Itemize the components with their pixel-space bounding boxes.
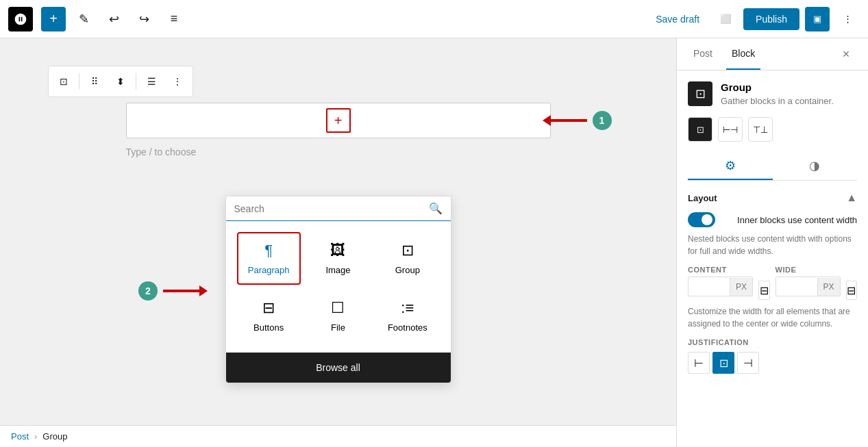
breadcrumb: Post › Group — [0, 425, 676, 447]
align-button[interactable]: ☰ — [139, 69, 164, 94]
arrow-1-shaft — [549, 119, 587, 122]
editor-block[interactable]: + 1 — [126, 103, 551, 138]
justify-left-button[interactable]: ⊢ — [688, 352, 710, 374]
arrow-2-shaft — [163, 290, 201, 292]
buttons-icon: ⊟ — [262, 299, 275, 317]
save-draft-button[interactable]: Save draft — [647, 10, 708, 29]
add-block-button[interactable]: + — [41, 7, 66, 31]
layout-icon-btn-2[interactable]: ⊢⊣ — [718, 117, 743, 142]
breadcrumb-separator: › — [34, 431, 37, 442]
footnotes-label: Footnotes — [388, 322, 427, 333]
sidebar-close-button[interactable]: × — [835, 43, 857, 65]
arrow-2-head — [199, 285, 208, 296]
block-item-image[interactable]: 🖼 Image — [306, 232, 370, 285]
width-desc: Customize the width for all elements tha… — [688, 305, 857, 330]
block-item-buttons[interactable]: ⊟ Buttons — [237, 290, 301, 342]
settings-tab-gear[interactable]: ⚙ — [688, 153, 773, 180]
block-search-input[interactable] — [234, 203, 423, 214]
sidebar-content: ⊡ Group Gather blocks in a container. ⊡ … — [677, 71, 868, 447]
group-icon: ⊡ — [401, 242, 414, 259]
buttons-label: Buttons — [253, 322, 284, 333]
arrow-2: 2 — [138, 281, 201, 301]
layout-section-header: Layout ▲ — [688, 192, 857, 204]
inner-blocks-toggle-row: Inner blocks use content width — [688, 212, 857, 227]
breadcrumb-post[interactable]: Post — [11, 431, 29, 442]
toggle-label: Inner blocks use content width — [737, 215, 857, 225]
block-search-container: 🔍 — [226, 196, 451, 221]
block-info-text: Group Gather blocks in a container. — [721, 81, 834, 106]
wide-width-icon[interactable]: ⊟ — [846, 281, 857, 300]
more-options-button[interactable]: ⋮ — [835, 7, 860, 31]
inner-add-block-button[interactable]: + — [326, 108, 351, 133]
move-up-down-button[interactable]: ⬍ — [108, 69, 133, 94]
group-block-icon: ⊡ — [695, 86, 706, 101]
wide-width-unit: PX — [817, 278, 840, 296]
justify-right-button[interactable]: ⊣ — [737, 352, 759, 374]
justification-label: JUSTIFICATION — [688, 338, 857, 346]
block-item-group[interactable]: ⊡ Group — [375, 232, 439, 285]
tab-block[interactable]: Block — [726, 38, 760, 70]
layout-section-title: Layout — [688, 193, 717, 203]
block-info: ⊡ Group Gather blocks in a container. — [688, 81, 857, 106]
pencil-icon[interactable]: ✎ — [71, 7, 96, 31]
file-label: File — [331, 322, 345, 333]
layout-icons: ⊡ ⊢⊣ ⊤⊥ — [688, 117, 857, 142]
redo-button[interactable]: ↪ — [132, 7, 156, 31]
justification-row: ⊢ ⊡ ⊣ — [688, 352, 857, 374]
group-label: Group — [395, 265, 420, 275]
block-desc: Gather blocks in a container. — [721, 96, 834, 106]
inner-blocks-toggle[interactable] — [688, 212, 715, 227]
image-icon: 🖼 — [330, 242, 345, 259]
undo-button[interactable]: ↩ — [101, 7, 126, 31]
content-width-label: CONTENT — [688, 266, 753, 274]
footnotes-icon: :≡ — [401, 299, 414, 317]
more-block-options-button[interactable]: ⋮ — [165, 69, 190, 94]
content-width-icon[interactable]: ⊟ — [758, 281, 769, 300]
step-1-badge: 1 — [593, 111, 612, 130]
breadcrumb-group: Group — [42, 431, 67, 442]
block-item-file[interactable]: ☐ File — [306, 290, 370, 342]
search-icon: 🔍 — [429, 202, 443, 215]
publish-button[interactable]: Publish — [743, 8, 799, 30]
block-name: Group — [721, 81, 834, 93]
block-grid: ¶ Paragraph 🖼 Image ⊡ Group ⊟ Buttons — [226, 221, 451, 353]
width-inputs-row: CONTENT PX ⊟ WIDE PX ⊟ — [688, 266, 857, 300]
toggle-desc: Nested blocks use content width with opt… — [688, 233, 857, 257]
settings-tabs: ⚙ ◑ — [688, 153, 857, 181]
wide-width-col: WIDE PX — [776, 266, 841, 296]
paragraph-label: Paragraph — [248, 265, 290, 275]
sidebar-tabs: Post Block × — [677, 38, 868, 71]
content-width-col: CONTENT PX — [688, 266, 753, 296]
block-item-footnotes[interactable]: :≡ Footnotes — [375, 290, 439, 342]
settings-tab-style[interactable]: ◑ — [773, 153, 858, 180]
top-toolbar: + ✎ ↩ ↪ ≡ Save draft ⬜ Publish ▣ ⋮ — [0, 0, 868, 38]
arrow-1: 1 — [549, 111, 612, 130]
drag-handle-button[interactable]: ⠿ — [82, 69, 107, 94]
image-label: Image — [325, 265, 350, 275]
main-layout: ⊡ ⠿ ⬍ ☰ ⋮ + 1 Type / to choose — [0, 38, 868, 447]
content-width-unit: PX — [730, 278, 752, 296]
block-transform-button[interactable]: ⊡ — [51, 69, 76, 94]
content-width-input[interactable] — [689, 277, 730, 296]
arrow-1-head — [543, 115, 551, 126]
content-width-input-row: PX — [688, 277, 753, 296]
editor-block-wrapper: + 1 Type / to choose — [126, 103, 551, 157]
layout-icon-btn-1[interactable]: ⊡ — [688, 117, 712, 142]
layout-collapse-button[interactable]: ▲ — [846, 192, 857, 204]
wide-width-input[interactable] — [776, 277, 817, 296]
type-hint: Type / to choose — [126, 138, 551, 157]
layout-icon-btn-3[interactable]: ⊤⊥ — [748, 117, 773, 142]
step-2-badge: 2 — [138, 281, 158, 301]
browse-all-button[interactable]: Browse all — [226, 353, 451, 383]
editor-area: ⊡ ⠿ ⬍ ☰ ⋮ + 1 Type / to choose — [0, 38, 676, 447]
block-item-paragraph[interactable]: ¶ Paragraph — [237, 232, 301, 285]
block-toolbar: ⊡ ⠿ ⬍ ☰ ⋮ — [48, 66, 193, 97]
view-button[interactable]: ⬜ — [713, 7, 738, 31]
sidebar: Post Block × ⊡ Group Gather blocks in a … — [676, 38, 868, 447]
list-view-button[interactable]: ≡ — [162, 7, 186, 31]
wide-width-input-row: PX — [776, 277, 841, 296]
tab-post[interactable]: Post — [688, 38, 718, 70]
sidebar-toggle-button[interactable]: ▣ — [805, 7, 830, 31]
justify-center-button[interactable]: ⊡ — [712, 352, 734, 374]
paragraph-icon: ¶ — [264, 242, 273, 259]
